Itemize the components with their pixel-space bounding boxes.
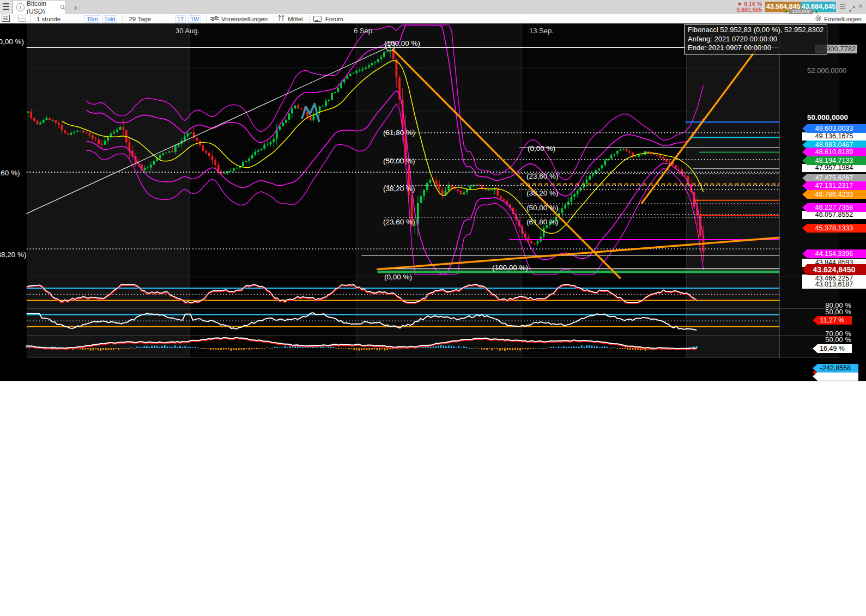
- price-badge: [813, 372, 858, 381]
- tooltip-line2: Anfang: 2021 0720 00:00:00: [688, 35, 823, 44]
- price-badge: 43.013,6187: [802, 280, 866, 289]
- price-badge: 45.378,1333: [802, 224, 866, 233]
- price-badge: 47.475,6267: [802, 174, 866, 182]
- price-badge: 43.624,8450: [802, 264, 866, 275]
- fib-label: (61,80 %): [526, 218, 559, 226]
- presets-sliders-icon[interactable]: [210, 15, 219, 23]
- session-band: [27, 23, 189, 358]
- layout-grid-icon[interactable]: [18, 15, 26, 23]
- widget-menu-icon[interactable]: [839, 3, 846, 13]
- gear-icon[interactable]: [815, 15, 822, 23]
- forum-icon[interactable]: [313, 16, 322, 22]
- fib-label: (50,00 %): [526, 204, 559, 212]
- price-badge: 46.057,8552: [802, 211, 866, 219]
- presets-button[interactable]: Voreinstellungen: [221, 16, 268, 22]
- fib-label: (61,80 %): [383, 129, 415, 137]
- tab-title: Bitcoin (USD): [27, 0, 58, 15]
- fib-label: (0,00 %): [0, 38, 24, 46]
- date-label: 6 Sep.: [354, 27, 374, 35]
- indicators-icon[interactable]: [278, 15, 286, 23]
- price-badge: 48.194,7133: [802, 156, 866, 165]
- price-badge: 49.136,1675: [802, 132, 866, 141]
- date-label: 30 Aug.: [175, 27, 199, 35]
- price-badge: -242,8558: [813, 364, 858, 373]
- tab-number-badge: 1: [16, 3, 25, 11]
- range-select[interactable]: 29 Tage: [129, 16, 151, 22]
- fibonacci-tooltip: Fibonacci 52.952,83 (0,00 %), 52.952,830…: [684, 25, 827, 54]
- fib-label: (100,00 %): [384, 39, 420, 47]
- range-1t-button[interactable]: 1T: [175, 15, 186, 23]
- panel-percent-label: 50,00 %: [825, 336, 851, 344]
- price-badge: 48.610,8189: [802, 148, 866, 156]
- price-badge: 16,49 %: [813, 344, 852, 353]
- up-triangle-icon: ▲: [784, 9, 788, 14]
- settings-button[interactable]: Einstellungen: [824, 16, 862, 22]
- hamburger-icon: [3, 3, 9, 4]
- price-badge: 44.154,3396: [802, 249, 866, 258]
- quote-change: ▼ 8,16 % 3.880,665: [732, 1, 762, 13]
- fib-label: (50,00 %): [383, 157, 415, 165]
- tab-bitcoin-usd[interactable]: 1 Bitcoin (USD): [13, 0, 66, 14]
- session-band: [687, 23, 780, 358]
- trading-app-window: 1 Bitcoin (USD) + ▼ 8,16 % 3.880,665 43.…: [0, 0, 866, 616]
- add-tab-button[interactable]: +: [70, 2, 82, 13]
- forum-button[interactable]: Forum: [325, 16, 343, 22]
- resize-icon[interactable]: [849, 4, 855, 14]
- chart-toolbar: 1 stunde 15m 1std 29 Tage 1T 1W Voreinst…: [0, 14, 866, 24]
- price-badge: 46.227,7358: [802, 203, 866, 212]
- fib-label: (23,60 %): [0, 169, 20, 177]
- fib-label: (100,00 %): [492, 264, 528, 272]
- axis-tick: 50.000,0000: [807, 113, 848, 121]
- chart-area[interactable]: 30 Aug.6 Sep.13 Sep.(0,00 %)(23,60 %)(38…: [0, 23, 866, 381]
- price-badge: 11,27 %: [813, 316, 852, 325]
- watchlist-icon[interactable]: [2, 15, 10, 23]
- fib-label: (0,00 %): [384, 273, 412, 281]
- axis-tick: 52.000,0000: [807, 66, 846, 75]
- price-badge: 49.603,0033: [802, 124, 866, 133]
- volume-badge: 120,000: [789, 9, 813, 14]
- main-menu-button[interactable]: [0, 0, 13, 14]
- fib-label: (23,60 %): [526, 172, 559, 180]
- interval-15m-button[interactable]: 15m: [84, 15, 100, 23]
- panel-percent-label: 50,00 %: [825, 308, 851, 316]
- price-badge: 46.786,4233: [802, 190, 866, 199]
- tab-bar: 1 Bitcoin (USD) + ▼ 8,16 % 3.880,665 43.…: [0, 0, 866, 15]
- fib-label: (38,20 %): [526, 189, 559, 197]
- tooltip-line1: Fibonacci 52.952,83 (0,00 %), 52.952,830…: [688, 26, 823, 35]
- session-band: [356, 23, 521, 358]
- chart-canvas[interactable]: [0, 23, 866, 381]
- mittel-button[interactable]: Mittel: [288, 16, 302, 22]
- tooltip-line3: Ende: 2021 0907 00:00:00: [688, 44, 823, 53]
- spread-volume: ▲ 120,000 ▲: [784, 9, 819, 14]
- date-label: 13 Sep.: [529, 27, 554, 35]
- interval-select[interactable]: 1 stunde: [37, 16, 60, 22]
- price-badge: 47.131,2317: [802, 181, 866, 190]
- price-badge: 47.957,1984: [802, 164, 866, 172]
- fib-label: (23,60 %): [383, 218, 415, 226]
- search-icon[interactable]: [60, 4, 65, 11]
- fib-label: (38,20 %): [383, 185, 415, 193]
- interval-1std-button[interactable]: 1std: [102, 15, 118, 23]
- up-triangle-icon: ▲: [814, 9, 819, 14]
- fib-label: (38,20 %): [0, 251, 27, 259]
- close-icon[interactable]: ×: [858, 2, 863, 10]
- fib-label: (0,00 %): [528, 144, 555, 153]
- range-1w-button[interactable]: 1W: [188, 15, 201, 23]
